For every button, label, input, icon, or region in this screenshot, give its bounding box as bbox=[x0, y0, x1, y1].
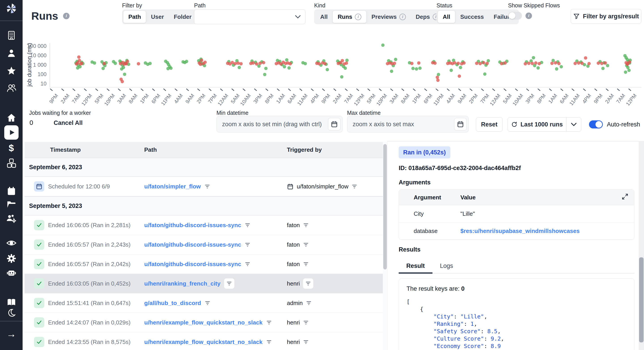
schedules-calendar-icon[interactable] bbox=[6, 186, 17, 196]
job-dot-success[interactable] bbox=[601, 67, 605, 70]
job-dot-failure[interactable] bbox=[436, 76, 439, 79]
job-dot-success[interactable] bbox=[283, 65, 286, 69]
settings-gear-icon[interactable] bbox=[6, 253, 17, 264]
job-dot-success[interactable] bbox=[344, 67, 347, 70]
job-dot-failure[interactable] bbox=[230, 61, 234, 64]
job-dot-failure[interactable] bbox=[78, 59, 81, 62]
panel-scrollbar[interactable] bbox=[639, 141, 644, 350]
job-dot-success[interactable] bbox=[381, 44, 384, 47]
job-dot-success[interactable] bbox=[415, 67, 418, 71]
job-dot-success[interactable] bbox=[624, 71, 627, 74]
job-dot-failure[interactable] bbox=[550, 62, 554, 65]
run-row[interactable]: Ended 15:51:41 (Ran in 0,647s)g/all/hub_… bbox=[24, 293, 383, 313]
filter-by-path-button[interactable] bbox=[266, 319, 272, 325]
groups-gear-icon[interactable] bbox=[6, 213, 17, 223]
filter-by-user-button[interactable] bbox=[303, 222, 309, 228]
job-dot-failure[interactable] bbox=[596, 62, 600, 65]
filter-by-user-button[interactable] bbox=[303, 319, 309, 325]
job-dot-success[interactable] bbox=[390, 70, 393, 73]
run-row[interactable]: Ended 14:23:55 (Ran in 8,575s)u/henri/ex… bbox=[24, 332, 383, 350]
runs-info-icon[interactable]: i bbox=[63, 13, 70, 19]
run-path-link[interactable]: u/faton/github-discord-issues-sync bbox=[144, 241, 241, 248]
job-dot-failure[interactable] bbox=[433, 62, 437, 65]
expand-sidebar-arrow-icon[interactable]: → bbox=[6, 329, 17, 338]
windmill-logo-icon[interactable] bbox=[6, 2, 17, 15]
run-row[interactable]: Ended 16:06:05 (Ran in 2,281s)u/faton/gi… bbox=[24, 215, 383, 235]
job-dot-failure[interactable] bbox=[103, 62, 106, 65]
folders-icon[interactable] bbox=[6, 200, 17, 209]
job-dot-failure[interactable] bbox=[574, 62, 577, 65]
job-dot-failure[interactable] bbox=[255, 62, 258, 66]
job-dot-success[interactable] bbox=[285, 58, 288, 62]
run-row[interactable]: Ended 14:24:07 (Ran in 0,029s)u/henri/ex… bbox=[24, 313, 383, 332]
job-dot-success[interactable] bbox=[532, 56, 535, 59]
run-row[interactable]: Ended 16:05:57 (Ran in 2,243s)u/faton/gi… bbox=[24, 235, 383, 254]
job-dot-failure[interactable] bbox=[436, 79, 440, 82]
job-dot-failure[interactable] bbox=[600, 62, 604, 65]
filter-by-folder[interactable]: Folder bbox=[169, 11, 196, 23]
max-datetime-input[interactable] bbox=[347, 121, 454, 128]
job-dot-success[interactable] bbox=[345, 59, 348, 62]
run-path-link[interactable]: u/faton/github-discord-issues-sync bbox=[144, 261, 241, 268]
job-dot-success[interactable] bbox=[263, 73, 266, 76]
job-dot-failure[interactable] bbox=[199, 63, 202, 66]
tab-logs[interactable]: Logs bbox=[432, 259, 461, 273]
status-success[interactable]: Success bbox=[455, 11, 489, 23]
run-path-link[interactable]: u/henri/ranking_french_city bbox=[144, 280, 220, 287]
job-dot-success[interactable] bbox=[93, 61, 96, 65]
run-path-link[interactable]: u/faton/github-discord-issues-sync bbox=[144, 222, 241, 229]
docs-book-icon[interactable] bbox=[6, 298, 17, 307]
job-dot-success[interactable] bbox=[483, 73, 486, 76]
job-dot-failure[interactable] bbox=[262, 61, 265, 64]
job-dot-failure[interactable] bbox=[236, 62, 240, 65]
dark-mode-moon-icon[interactable] bbox=[6, 308, 17, 317]
info-icon[interactable]: i bbox=[399, 14, 406, 20]
tab-result[interactable]: Result bbox=[399, 259, 432, 274]
filter-by-user[interactable]: User bbox=[146, 11, 169, 23]
filter-by-path-button[interactable] bbox=[245, 222, 250, 228]
min-datetime-input[interactable] bbox=[217, 121, 328, 128]
path-filter-select[interactable] bbox=[194, 10, 306, 24]
runs-play-icon[interactable] bbox=[4, 125, 18, 140]
job-dot-success[interactable] bbox=[185, 60, 188, 63]
job-dot-failure[interactable] bbox=[458, 75, 461, 78]
job-dot-success[interactable] bbox=[450, 69, 453, 72]
run-path-link[interactable]: u/henri/example_flow_quickstart_no_slack bbox=[144, 338, 262, 345]
filter-by-path-button[interactable] bbox=[224, 278, 234, 289]
kind-previews[interactable]: Previewsi bbox=[366, 11, 411, 23]
job-dot-success[interactable] bbox=[123, 73, 126, 76]
home-icon[interactable] bbox=[6, 113, 17, 123]
run-row[interactable]: Ended 16:05:57 (Ran in 2,042s)u/faton/gi… bbox=[24, 254, 383, 274]
job-dot-success[interactable] bbox=[606, 64, 609, 67]
job-dot-success[interactable] bbox=[560, 65, 563, 69]
job-dot-failure[interactable] bbox=[234, 62, 237, 65]
job-dot-success[interactable] bbox=[102, 67, 105, 70]
run-row-selected[interactable]: Ended 16:03:05 (Ran in 0,452s)u/henri/ra… bbox=[24, 274, 383, 293]
job-dot-failure[interactable] bbox=[288, 62, 292, 65]
job-dot-failure[interactable] bbox=[534, 61, 538, 65]
job-dot-failure[interactable] bbox=[538, 62, 541, 65]
refresh-options-dropdown-button[interactable] bbox=[566, 118, 581, 131]
kind-all[interactable]: All bbox=[315, 11, 332, 23]
job-dot-success[interactable] bbox=[304, 62, 307, 65]
job-dot-failure[interactable] bbox=[417, 61, 420, 65]
job-dot-failure[interactable] bbox=[557, 62, 560, 65]
job-dot-failure[interactable] bbox=[204, 61, 207, 64]
job-dot-success[interactable] bbox=[148, 62, 152, 65]
filter-by-path-button[interactable] bbox=[204, 300, 210, 306]
job-dot-failure[interactable] bbox=[345, 62, 348, 65]
job-dot-failure[interactable] bbox=[486, 62, 489, 65]
job-dot-failure[interactable] bbox=[137, 62, 140, 65]
users-group-icon[interactable] bbox=[6, 83, 17, 93]
job-dot-success[interactable] bbox=[326, 68, 329, 71]
job-dot-failure[interactable] bbox=[453, 61, 456, 65]
duration-chart[interactable]: job duration (ms) 100 00010 0001 0001001… bbox=[22, 38, 644, 105]
job-dot-failure[interactable] bbox=[318, 62, 321, 65]
filter-by-path-button[interactable] bbox=[266, 339, 272, 345]
filter-by-user-button[interactable] bbox=[303, 242, 309, 247]
job-dot-failure[interactable] bbox=[531, 62, 534, 65]
job-dot-success[interactable] bbox=[418, 67, 422, 70]
job-dot-success[interactable] bbox=[459, 66, 462, 69]
workers-robot-icon[interactable] bbox=[6, 268, 17, 278]
cancel-all-button[interactable]: Cancel All bbox=[54, 120, 83, 126]
